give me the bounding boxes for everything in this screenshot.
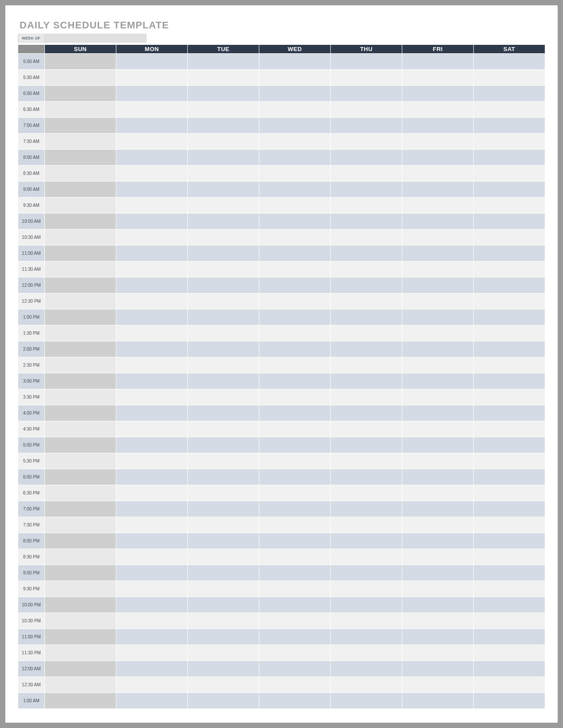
schedule-cell[interactable] bbox=[402, 437, 474, 453]
schedule-cell[interactable] bbox=[474, 629, 545, 645]
schedule-cell[interactable] bbox=[474, 581, 545, 597]
schedule-cell[interactable] bbox=[474, 693, 545, 709]
schedule-cell[interactable] bbox=[45, 421, 116, 437]
schedule-cell[interactable] bbox=[402, 373, 474, 389]
schedule-cell[interactable] bbox=[474, 405, 545, 421]
schedule-cell[interactable] bbox=[188, 245, 259, 261]
schedule-cell[interactable] bbox=[331, 54, 402, 70]
schedule-cell[interactable] bbox=[259, 198, 331, 214]
schedule-cell[interactable] bbox=[474, 118, 545, 134]
schedule-cell[interactable] bbox=[116, 86, 188, 102]
schedule-cell[interactable] bbox=[116, 453, 188, 469]
schedule-cell[interactable] bbox=[188, 54, 259, 70]
schedule-cell[interactable] bbox=[188, 565, 259, 581]
schedule-cell[interactable] bbox=[474, 70, 545, 86]
schedule-cell[interactable] bbox=[116, 421, 188, 437]
schedule-cell[interactable] bbox=[259, 357, 331, 373]
schedule-cell[interactable] bbox=[259, 54, 331, 70]
schedule-cell[interactable] bbox=[45, 501, 116, 517]
schedule-cell[interactable] bbox=[116, 469, 188, 485]
schedule-cell[interactable] bbox=[474, 182, 545, 198]
schedule-cell[interactable] bbox=[474, 597, 545, 613]
schedule-cell[interactable] bbox=[259, 245, 331, 261]
schedule-cell[interactable] bbox=[116, 229, 188, 245]
schedule-cell[interactable] bbox=[402, 245, 474, 261]
schedule-cell[interactable] bbox=[45, 581, 116, 597]
schedule-cell[interactable] bbox=[188, 357, 259, 373]
schedule-cell[interactable] bbox=[474, 325, 545, 341]
schedule-cell[interactable] bbox=[45, 118, 116, 134]
schedule-cell[interactable] bbox=[331, 373, 402, 389]
schedule-cell[interactable] bbox=[259, 261, 331, 277]
schedule-cell[interactable] bbox=[402, 341, 474, 357]
schedule-cell[interactable] bbox=[402, 293, 474, 309]
schedule-cell[interactable] bbox=[259, 373, 331, 389]
schedule-cell[interactable] bbox=[402, 70, 474, 86]
schedule-cell[interactable] bbox=[188, 373, 259, 389]
schedule-cell[interactable] bbox=[402, 629, 474, 645]
schedule-cell[interactable] bbox=[188, 118, 259, 134]
schedule-cell[interactable] bbox=[116, 150, 188, 166]
schedule-cell[interactable] bbox=[45, 357, 116, 373]
schedule-cell[interactable] bbox=[116, 373, 188, 389]
schedule-cell[interactable] bbox=[116, 597, 188, 613]
schedule-cell[interactable] bbox=[116, 102, 188, 118]
schedule-cell[interactable] bbox=[474, 229, 545, 245]
schedule-cell[interactable] bbox=[188, 261, 259, 277]
schedule-cell[interactable] bbox=[331, 469, 402, 485]
schedule-cell[interactable] bbox=[259, 293, 331, 309]
schedule-cell[interactable] bbox=[402, 102, 474, 118]
schedule-cell[interactable] bbox=[116, 341, 188, 357]
schedule-cell[interactable] bbox=[474, 613, 545, 629]
schedule-cell[interactable] bbox=[474, 437, 545, 453]
schedule-cell[interactable] bbox=[402, 597, 474, 613]
schedule-cell[interactable] bbox=[259, 501, 331, 517]
schedule-cell[interactable] bbox=[259, 565, 331, 581]
schedule-cell[interactable] bbox=[188, 182, 259, 198]
schedule-cell[interactable] bbox=[331, 86, 402, 102]
schedule-cell[interactable] bbox=[402, 150, 474, 166]
schedule-cell[interactable] bbox=[474, 501, 545, 517]
schedule-cell[interactable] bbox=[331, 549, 402, 565]
schedule-cell[interactable] bbox=[474, 373, 545, 389]
schedule-cell[interactable] bbox=[45, 453, 116, 469]
schedule-cell[interactable] bbox=[188, 134, 259, 150]
schedule-cell[interactable] bbox=[474, 549, 545, 565]
schedule-cell[interactable] bbox=[331, 677, 402, 693]
schedule-cell[interactable] bbox=[45, 325, 116, 341]
schedule-cell[interactable] bbox=[331, 693, 402, 709]
schedule-cell[interactable] bbox=[188, 229, 259, 245]
schedule-cell[interactable] bbox=[45, 469, 116, 485]
schedule-cell[interactable] bbox=[331, 501, 402, 517]
schedule-cell[interactable] bbox=[474, 214, 545, 229]
schedule-cell[interactable] bbox=[474, 357, 545, 373]
schedule-cell[interactable] bbox=[45, 389, 116, 405]
schedule-cell[interactable] bbox=[259, 613, 331, 629]
schedule-cell[interactable] bbox=[188, 198, 259, 214]
schedule-cell[interactable] bbox=[188, 517, 259, 533]
schedule-cell[interactable] bbox=[45, 485, 116, 501]
schedule-cell[interactable] bbox=[331, 453, 402, 469]
schedule-cell[interactable] bbox=[45, 437, 116, 453]
schedule-cell[interactable] bbox=[402, 261, 474, 277]
schedule-cell[interactable] bbox=[259, 134, 331, 150]
schedule-cell[interactable] bbox=[188, 277, 259, 293]
schedule-cell[interactable] bbox=[116, 661, 188, 677]
schedule-cell[interactable] bbox=[474, 166, 545, 182]
schedule-cell[interactable] bbox=[259, 517, 331, 533]
schedule-cell[interactable] bbox=[188, 405, 259, 421]
schedule-cell[interactable] bbox=[402, 182, 474, 198]
schedule-cell[interactable] bbox=[474, 517, 545, 533]
schedule-cell[interactable] bbox=[188, 485, 259, 501]
schedule-cell[interactable] bbox=[259, 581, 331, 597]
schedule-cell[interactable] bbox=[259, 389, 331, 405]
schedule-cell[interactable] bbox=[45, 517, 116, 533]
schedule-cell[interactable] bbox=[331, 341, 402, 357]
schedule-cell[interactable] bbox=[331, 198, 402, 214]
schedule-cell[interactable] bbox=[474, 293, 545, 309]
schedule-cell[interactable] bbox=[45, 102, 116, 118]
schedule-cell[interactable] bbox=[259, 150, 331, 166]
schedule-cell[interactable] bbox=[259, 118, 331, 134]
schedule-cell[interactable] bbox=[402, 533, 474, 549]
schedule-cell[interactable] bbox=[402, 581, 474, 597]
